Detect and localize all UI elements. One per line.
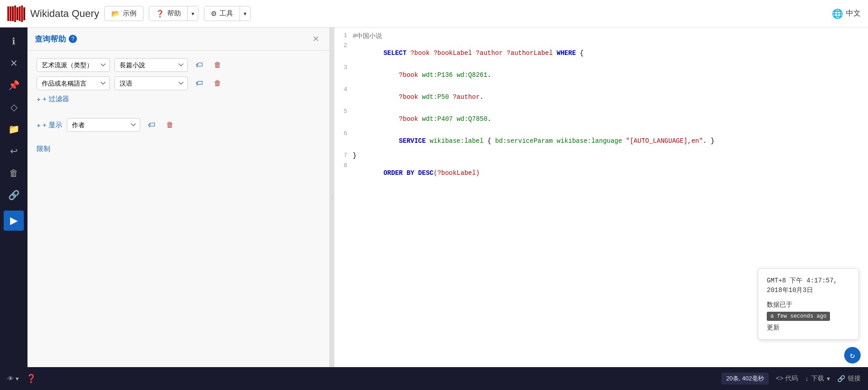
filter2-type-select[interactable]: 作品或名稱語言 <box>37 76 110 90</box>
translate-icon: 🌐 <box>832 8 843 19</box>
add-filter-icon: + <box>37 95 41 103</box>
line-content-3: ?book wdt:P136 wd:Q8261. <box>353 64 868 86</box>
query-helper-header: 查询帮助 ? ✕ <box>27 27 329 51</box>
line-num-2: 2 <box>334 42 353 49</box>
download-label: 下载 <box>811 374 824 383</box>
drag-handle[interactable]: ⋮ <box>330 27 334 367</box>
line-num-7: 7 <box>334 152 353 159</box>
help-icon: ❓ <box>156 10 164 18</box>
limit-section: 限制 <box>27 139 329 159</box>
query-helper-help-icon[interactable]: ? <box>69 35 77 43</box>
examples-label: 示例 <box>123 9 136 18</box>
display-value-select[interactable]: 作者 <box>67 118 140 132</box>
display-tag-icon[interactable]: 🏷 <box>145 118 158 132</box>
sidebar-close-icon[interactable]: ✕ <box>4 53 24 73</box>
svg-rect-5 <box>19 6 21 21</box>
line-num-1: 1 <box>334 32 353 39</box>
filter-row-2: 作品或名稱語言 汉语 🏷 🗑 <box>37 76 320 90</box>
tooltip-time: GMT+8 下午 4:17:57, 2018年10月3日 <box>767 276 850 295</box>
code-line-5: 5 ?book wdt:P407 wd:Q7850. <box>334 108 868 130</box>
download-icon: ↓ <box>805 375 808 382</box>
logo: Wikidata Query <box>7 5 99 22</box>
line-num-6: 6 <box>334 130 353 137</box>
sidebar-pin-icon[interactable]: 📌 <box>4 75 24 95</box>
filter2-value-select[interactable]: 汉语 <box>115 76 188 90</box>
code-button[interactable]: <> 代码 <box>776 374 798 383</box>
code-line-6: 6 SERVICE wikibase:label { bd:servicePar… <box>334 130 868 152</box>
code-line-7: 7 } <box>334 152 868 162</box>
sidebar-folder-icon[interactable]: 📁 <box>4 119 24 139</box>
line-content-6: SERVICE wikibase:label { bd:serviceParam… <box>353 130 868 152</box>
link-label: 链接 <box>848 374 861 383</box>
sidebar-history-icon[interactable]: ↩ <box>4 141 24 161</box>
line-content-4: ?book wdt:P50 ?author. <box>353 86 868 108</box>
code-line-3: 3 ?book wdt:P136 wd:Q8261. <box>334 64 868 86</box>
filter1-value-select[interactable]: 長篇小說 <box>115 58 188 72</box>
filter1-delete-button[interactable]: 🗑 <box>211 58 224 72</box>
add-filter-button[interactable]: + + 过滤器 <box>37 95 320 103</box>
code-editor[interactable]: 1 #中国小说 2 SELECT ?book ?bookLabel ?autho… <box>334 27 868 367</box>
download-button[interactable]: ↓ 下载 ▾ <box>805 374 830 383</box>
display-row: + + 显示 作者 🏷 🗑 <box>37 118 320 132</box>
svg-rect-6 <box>21 5 23 22</box>
filter1-tag-icon[interactable]: 🏷 <box>192 58 206 72</box>
footer-left: 👁 ▾ ❓ <box>7 374 36 384</box>
svg-rect-0 <box>7 6 9 21</box>
add-display-label: + 显示 <box>43 121 62 130</box>
limit-label: 限制 <box>37 145 50 152</box>
line-num-4: 4 <box>334 86 353 93</box>
link-icon: 🔗 <box>837 375 845 382</box>
sidebar-diamond-icon[interactable]: ◇ <box>4 97 24 117</box>
line-num-8: 8 <box>334 162 353 169</box>
app-title: Wikidata Query <box>30 8 99 20</box>
filters-section: 艺术流派（类型） 長篇小說 🏷 🗑 作品或名稱語言 汉语 🏷 🗑 + <box>27 51 329 111</box>
help-split-button[interactable]: ❓ 帮助 ▾ <box>149 6 198 21</box>
code-line-8: 8 ORDER BY DESC(?bookLabel) <box>334 162 868 184</box>
sidebar-trash-icon[interactable]: 🗑 <box>4 163 24 183</box>
tooltip-data-label: 数据已于 <box>767 301 850 309</box>
tools-arrow[interactable]: ▾ <box>240 6 250 21</box>
drag-dots: ⋮ <box>330 195 335 200</box>
help-main[interactable]: ❓ 帮助 <box>149 6 188 21</box>
line-content-5: ?book wdt:P407 wd:Q7850. <box>353 108 868 130</box>
sidebar-info-icon[interactable]: ℹ <box>4 31 24 51</box>
examples-button[interactable]: 📂 示例 <box>104 6 143 21</box>
header-left: Wikidata Query 📂 示例 ❓ 帮助 ▾ ⚙ 工具 ▾ <box>7 5 251 22</box>
tools-split-button[interactable]: ⚙ 工具 ▾ <box>204 6 251 21</box>
footer-eye-button[interactable]: 👁 ▾ <box>7 375 19 382</box>
help-label: 帮助 <box>167 9 181 18</box>
run-button[interactable]: ▶ <box>4 211 24 231</box>
language-button[interactable]: 🌐 中文 <box>832 8 861 19</box>
code-line-4: 4 ?book wdt:P50 ?author. <box>334 86 868 108</box>
code-label: <> 代码 <box>776 374 798 383</box>
display-section: + + 显示 作者 🏷 🗑 <box>27 111 329 139</box>
filter-row-1: 艺术流派（类型） 長篇小說 🏷 🗑 <box>37 58 320 72</box>
display-delete-button[interactable]: 🗑 <box>163 118 177 132</box>
footer-help-button[interactable]: ❓ <box>26 374 36 384</box>
filter1-type-select[interactable]: 艺术流派（类型） <box>37 58 110 72</box>
line-num-5: 5 <box>334 108 353 115</box>
filter2-delete-button[interactable]: 🗑 <box>211 76 224 90</box>
tooltip-badge: a few seconds ago <box>767 312 830 321</box>
query-helper-close-button[interactable]: ✕ <box>310 33 322 45</box>
refresh-button[interactable]: ↻ <box>844 347 861 363</box>
stats-badge: 20条, 402毫秒 <box>721 373 768 385</box>
footer-right: 20条, 402毫秒 <> 代码 ↓ 下载 ▾ 🔗 链接 <box>721 373 861 385</box>
svg-rect-2 <box>12 6 14 21</box>
line-content-2: SELECT ?book ?bookLabel ?author ?authorL… <box>353 42 868 64</box>
code-line-2: 2 SELECT ?book ?bookLabel ?author ?autho… <box>334 42 868 64</box>
add-display-button[interactable]: + + 显示 <box>37 121 62 130</box>
tools-main[interactable]: ⚙ 工具 <box>204 6 240 21</box>
link-button[interactable]: 🔗 链接 <box>837 374 861 383</box>
code-line-1: 1 #中国小说 <box>334 32 868 42</box>
help-arrow[interactable]: ▾ <box>188 6 198 21</box>
gear-icon: ⚙ <box>211 10 217 18</box>
qh-title-area: 查询帮助 ? <box>35 34 77 44</box>
filter2-tag-icon[interactable]: 🏷 <box>192 76 206 90</box>
add-filter-label: + 过滤器 <box>43 95 69 103</box>
main-layout: ℹ ✕ 📌 ◇ 📁 ↩ 🗑 🔗 ▶ 查询帮助 ? ✕ 艺术流派（类型） <box>0 27 868 367</box>
eye-chevron-icon: ▾ <box>16 375 19 382</box>
sidebar-link-icon[interactable]: 🔗 <box>4 185 24 205</box>
eye-icon: 👁 <box>7 375 14 382</box>
line-content-7: } <box>353 152 868 159</box>
